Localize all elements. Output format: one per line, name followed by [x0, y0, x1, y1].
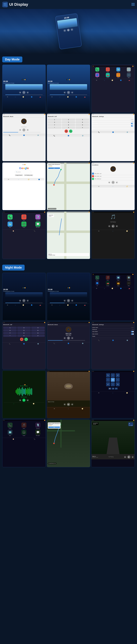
- nav-arrow-down[interactable]: ↓: [111, 382, 115, 386]
- night-play-2[interactable]: ⏸: [67, 299, 70, 302]
- key-5[interactable]: 5: [62, 121, 75, 123]
- night-key-8[interactable]: 8: [17, 332, 31, 334]
- cp-music[interactable]: 🎵 Music: [18, 214, 30, 221]
- night-cp-music[interactable]: 🎵 Music: [18, 422, 30, 429]
- night-key-1[interactable]: 1: [3, 326, 17, 329]
- night-bt-next[interactable]: ⏭: [71, 337, 74, 339]
- key-4[interactable]: 4: [48, 121, 61, 123]
- night-app-bt[interactable]: 🔵 BT: [92, 281, 102, 286]
- waveform-prev[interactable]: ⏮: [19, 399, 21, 401]
- nav-center[interactable]: OK: [111, 378, 115, 382]
- night-next-1[interactable]: ⏭: [26, 300, 29, 302]
- nav-arrow-right[interactable]: →: [116, 378, 120, 382]
- bt-prev[interactable]: ⏮: [19, 129, 21, 131]
- nav-arrow-tl[interactable]: ↖: [106, 373, 110, 377]
- google-search-btn[interactable]: Google Search: [15, 174, 23, 176]
- nav-home-btn[interactable]: 🏠: [108, 388, 111, 390]
- night-key-9[interactable]: 9: [31, 332, 45, 334]
- night-nav-play[interactable]: ▶: [127, 456, 130, 458]
- nav-arrow-bl[interactable]: ↙: [106, 382, 110, 386]
- np-prev[interactable]: ⏮: [108, 225, 110, 227]
- auto-connect-toggle[interactable]: [131, 125, 134, 126]
- nature-play[interactable]: ▶: [67, 403, 70, 406]
- night-key-2[interactable]: 2: [17, 326, 31, 329]
- menu-icon[interactable]: [132, 2, 135, 6]
- call-btn[interactable]: 📞: [69, 130, 72, 133]
- night-auto-answer-toggle[interactable]: [131, 331, 134, 332]
- night-call-btn[interactable]: 📞: [24, 338, 28, 341]
- key-7[interactable]: 7: [48, 124, 61, 126]
- night-bt-prev[interactable]: ⏮: [64, 337, 66, 339]
- app-item-settings[interactable]: ⚙️ Settings: [124, 68, 134, 72]
- waveform-play[interactable]: ⏸: [22, 399, 26, 402]
- night-app-music[interactable]: 🎵 Music: [103, 276, 113, 280]
- night-cp-maps[interactable]: 🗺️ Maps: [4, 430, 17, 436]
- nature-next[interactable]: ⏭: [71, 403, 74, 406]
- social-next[interactable]: ⏭: [116, 181, 118, 184]
- nav-vol-btn[interactable]: 🔊: [115, 388, 118, 390]
- social-play[interactable]: ⏸: [112, 181, 115, 184]
- mp-next-2[interactable]: ⏭: [71, 91, 74, 94]
- night-prev-2[interactable]: ⏮: [64, 300, 66, 302]
- music-item-1[interactable]: 华乐_20181...mp3: [92, 172, 134, 175]
- night-nav-prev[interactable]: ⏮: [124, 456, 126, 458]
- social-prev[interactable]: ⏮: [108, 181, 110, 184]
- night-cp-messages[interactable]: 💬 Messages: [31, 430, 44, 436]
- mp-prev-2[interactable]: ⏮: [64, 91, 66, 94]
- cp-podcast[interactable]: 🎙️ Podcasts: [31, 214, 44, 221]
- bt-next[interactable]: ⏭: [26, 129, 29, 131]
- night-app-phone[interactable]: 📞 Phone: [92, 276, 102, 280]
- night-play-1[interactable]: ⏸: [22, 299, 26, 302]
- night-key-3[interactable]: 3: [31, 326, 45, 329]
- key-0[interactable]: 0: [62, 126, 75, 129]
- cp-messages[interactable]: 💬 Messages: [31, 222, 44, 228]
- app-item-more[interactable]: ⋯ More: [124, 73, 134, 78]
- mp-play-2[interactable]: ⏸: [67, 91, 70, 94]
- nav-arrow-br[interactable]: ↘: [116, 382, 120, 386]
- night-auto-connect-toggle[interactable]: [131, 333, 134, 335]
- nav-arrow-up[interactable]: ↑: [111, 373, 115, 377]
- night-key-hash[interactable]: #: [31, 334, 45, 337]
- night-cp-phone[interactable]: 📞 Phone: [4, 422, 17, 429]
- night-nav-next[interactable]: ⏭: [132, 456, 134, 458]
- go-button[interactable]: GO: [48, 168, 60, 169]
- night-go-button[interactable]: GO: [48, 426, 60, 428]
- bt-play[interactable]: ⏸: [22, 128, 26, 132]
- waveform-next[interactable]: ⏭: [26, 399, 29, 401]
- key-star[interactable]: *: [48, 126, 61, 129]
- nature-prev[interactable]: ⏮: [64, 403, 66, 406]
- key-6[interactable]: 6: [76, 121, 89, 123]
- night-app-radio[interactable]: 📻 Radio: [113, 281, 123, 286]
- google-search-bar[interactable]: 🔍 Search: [15, 171, 31, 173]
- nav-arrow-left[interactable]: ←: [106, 378, 110, 382]
- key-9[interactable]: 9: [76, 124, 89, 126]
- app-item-radio[interactable]: 📻 Radio: [113, 73, 123, 78]
- nav-arrow-tr[interactable]: ↗: [116, 373, 120, 377]
- night-app-maps[interactable]: 🗺️ Maps: [113, 276, 123, 280]
- night-key-star[interactable]: *: [3, 334, 17, 337]
- mp-next-1[interactable]: ⏭: [26, 91, 29, 94]
- key-hash[interactable]: #: [76, 126, 89, 129]
- cp-spotify[interactable]: 🎧 Spotify: [18, 222, 30, 228]
- night-end-call-btn[interactable]: 📵: [20, 338, 23, 341]
- key-8[interactable]: 8: [62, 124, 75, 126]
- google-lucky-btn[interactable]: I'm Feeling Lucky: [24, 174, 33, 176]
- night-prev-1[interactable]: ⏮: [19, 300, 21, 302]
- app-item-maps[interactable]: 🗺️ Maps: [113, 68, 123, 72]
- app-item-phone[interactable]: 📞 Phone: [92, 68, 102, 72]
- night-key-6[interactable]: 6: [31, 329, 45, 332]
- app-item-vehicle[interactable]: 🚗 Vehicle: [103, 73, 113, 78]
- night-app-settings[interactable]: ⚙️ Settings: [124, 276, 134, 280]
- auto-answer-toggle[interactable]: [131, 123, 134, 124]
- cp-maps[interactable]: 🗺️ Maps: [4, 222, 17, 228]
- nav-back-btn[interactable]: ◀: [112, 388, 114, 390]
- key-2[interactable]: 2: [62, 118, 75, 121]
- night-key-5[interactable]: 5: [17, 329, 31, 332]
- night-key-0[interactable]: 0: [17, 334, 31, 337]
- np-play[interactable]: ▶: [112, 225, 115, 228]
- night-key-4[interactable]: 4: [3, 329, 17, 332]
- night-cp-spotify[interactable]: 🎧 Spotify: [18, 430, 30, 436]
- night-app-vehicle[interactable]: 🚗 Vehicle: [103, 281, 113, 286]
- app-item-bt[interactable]: 🔵 BT: [92, 73, 102, 78]
- np-next[interactable]: ⏭: [116, 225, 118, 227]
